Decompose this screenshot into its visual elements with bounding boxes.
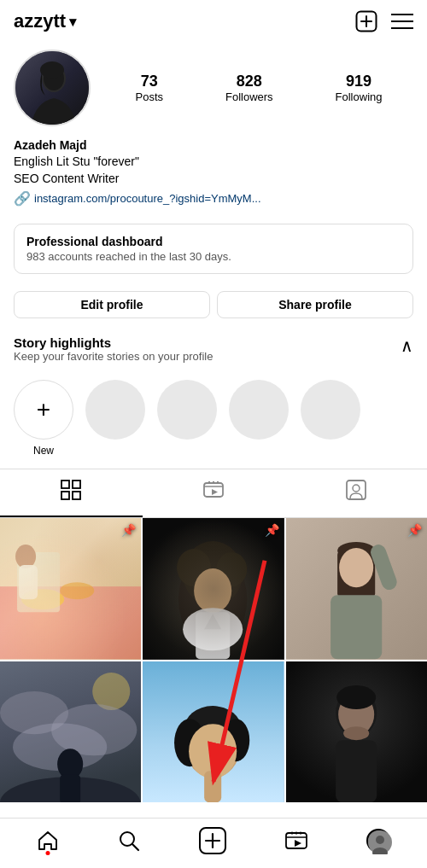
username-area[interactable]: azzytt ▾: [14, 10, 76, 32]
tagged-icon: [346, 480, 366, 505]
highlight-3[interactable]: [229, 380, 289, 457]
svg-point-9: [40, 61, 64, 79]
search-icon: [118, 830, 140, 852]
action-buttons: Edit profile Share profile: [0, 283, 427, 327]
photo-grid: 📌: [0, 518, 427, 802]
highlights-collapse-icon[interactable]: ∧: [401, 335, 413, 356]
tab-tagged[interactable]: [284, 469, 427, 517]
following-count: 919: [346, 73, 371, 90]
dropdown-chevron[interactable]: ▾: [69, 14, 76, 30]
grid-item-5[interactable]: [143, 661, 284, 802]
svg-rect-28: [19, 565, 38, 599]
bottom-nav: [0, 818, 427, 868]
home-icon: [37, 830, 59, 852]
highlights-title: Story highlights: [14, 335, 213, 350]
edit-profile-button[interactable]: Edit profile: [14, 291, 210, 318]
reels-nav-icon: [285, 830, 307, 852]
svg-point-34: [194, 568, 231, 613]
tab-reels[interactable]: [143, 469, 285, 517]
svg-point-24: [21, 589, 64, 609]
nav-reels[interactable]: [285, 830, 307, 852]
svg-point-21: [353, 485, 360, 492]
content-tabs: [0, 469, 427, 518]
highlight-4-circle: [301, 380, 360, 440]
svg-rect-13: [73, 492, 80, 499]
svg-rect-23: [0, 586, 141, 659]
grid-item-6[interactable]: [286, 661, 427, 802]
svg-point-15: [213, 481, 214, 483]
following-label: Following: [336, 90, 383, 103]
svg-rect-22: [0, 518, 141, 659]
reels-icon: [203, 480, 224, 505]
nav-home[interactable]: [37, 830, 59, 852]
highlight-4[interactable]: [301, 380, 360, 457]
nav-avatar: [366, 829, 390, 853]
posts-stat[interactable]: 73 Posts: [135, 73, 163, 103]
posts-label: Posts: [135, 90, 163, 103]
bio-link[interactable]: 🔗 instagram.com/procouture_?igshid=YmMyM…: [14, 190, 413, 207]
svg-point-16: [208, 481, 210, 483]
add-post-button[interactable]: [355, 10, 377, 32]
highlight-2[interactable]: [157, 380, 217, 457]
profile-row: 73 Posts 828 Followers 919 Following: [0, 43, 427, 137]
svg-point-75: [291, 832, 294, 835]
bio-section: Azadeh Majd English Lit Stu "forever" SE…: [0, 137, 427, 215]
bio-line1: English Lit Stu "forever": [14, 154, 413, 171]
svg-rect-12: [61, 492, 69, 499]
followers-label: Followers: [225, 90, 273, 103]
svg-point-33: [216, 552, 247, 586]
grid-item-4[interactable]: [0, 661, 141, 802]
professional-dashboard[interactable]: Professional dashboard 983 accounts reac…: [14, 224, 413, 274]
story-highlights-header: Story highlights Keep your favorite stor…: [0, 327, 427, 371]
nav-add[interactable]: [199, 827, 226, 854]
highlight-1-circle: [85, 380, 145, 440]
grid-icon: [61, 480, 81, 505]
link-icon: 🔗: [14, 190, 31, 207]
followers-count: 828: [237, 73, 262, 90]
svg-rect-11: [73, 481, 80, 488]
svg-point-63: [336, 685, 376, 709]
svg-point-31: [183, 541, 243, 606]
followers-stat[interactable]: 828 Followers: [225, 73, 273, 103]
svg-marker-37: [204, 614, 221, 629]
dashboard-subtitle: 983 accounts reached in the last 30 days…: [26, 250, 401, 263]
pin-icon-3: 📌: [407, 523, 422, 537]
highlight-1[interactable]: [85, 380, 145, 457]
highlights-subtitle: Keep your favorite stories on your profi…: [14, 350, 213, 363]
svg-point-58: [189, 724, 237, 778]
svg-point-65: [343, 726, 369, 740]
grid-item-1[interactable]: 📌: [0, 518, 141, 659]
svg-point-27: [15, 545, 36, 568]
svg-rect-43: [330, 595, 382, 659]
home-dot: [45, 851, 50, 855]
menu-button[interactable]: [391, 14, 413, 29]
pin-icon-2: 📌: [265, 523, 279, 537]
svg-rect-10: [61, 481, 69, 488]
nav-search[interactable]: [118, 830, 140, 852]
svg-point-17: [217, 481, 219, 483]
svg-point-35: [183, 608, 243, 650]
svg-rect-20: [347, 481, 366, 499]
svg-rect-29: [143, 518, 284, 659]
posts-count: 73: [141, 73, 158, 90]
grid-item-2[interactable]: 📌: [143, 518, 284, 659]
bio-line2: SEO Content Writer: [14, 171, 413, 188]
following-stat[interactable]: 919 Following: [336, 73, 383, 103]
bio-link-text: instagram.com/procouture_?igshid=YmMyM..…: [34, 192, 261, 205]
highlight-new-circle: +: [14, 380, 73, 440]
header-icons: [355, 10, 413, 32]
share-profile-button[interactable]: Share profile: [217, 291, 413, 318]
highlight-new[interactable]: + New: [14, 380, 73, 457]
nav-profile[interactable]: [366, 829, 390, 853]
highlight-new-label: New: [33, 445, 54, 457]
svg-marker-77: [295, 840, 301, 847]
svg-point-30: [178, 552, 247, 646]
grid-item-3[interactable]: 📌: [286, 518, 427, 659]
avatar[interactable]: [14, 50, 91, 126]
bio-name: Azadeh Majd: [14, 138, 413, 152]
svg-point-79: [376, 836, 384, 844]
photo-grid-wrapper: 📌: [0, 518, 427, 802]
svg-marker-19: [212, 489, 218, 495]
add-icon: [199, 827, 226, 854]
tab-grid[interactable]: [0, 469, 143, 517]
